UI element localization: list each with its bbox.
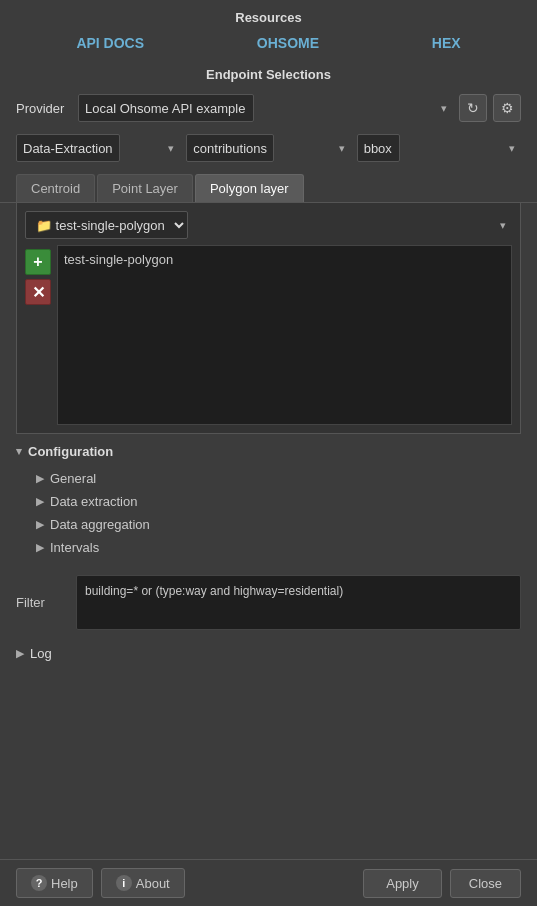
config-item-general[interactable]: ▶ General <box>16 467 521 490</box>
layer-select[interactable]: 📁 test-single-polygon <box>25 211 188 239</box>
log-arrow[interactable]: ▶ <box>16 647 24 660</box>
refresh-button[interactable]: ↻ <box>459 94 487 122</box>
layer-dropdown-row: 📁 test-single-polygon <box>25 211 512 239</box>
footer-left: ? Help i About <box>16 868 355 898</box>
layer-buttons: + ✕ <box>25 245 51 425</box>
hex-link[interactable]: HEX <box>432 35 461 51</box>
log-section: ▶ Log <box>0 638 537 669</box>
config-data-extraction-label: Data extraction <box>50 494 137 509</box>
type-select-wrapper: Data-Extraction <box>16 134 180 162</box>
footer: ? Help i About Apply Close <box>0 859 537 906</box>
config-data-extraction-arrow: ▶ <box>36 495 44 508</box>
layer-content-area: + ✕ test-single-polygon <box>25 245 512 425</box>
config-item-data-extraction[interactable]: ▶ Data extraction <box>16 490 521 513</box>
tab-point-layer[interactable]: Point Layer <box>97 174 193 202</box>
resources-title: Resources <box>0 0 537 31</box>
list-item: test-single-polygon <box>64 252 505 267</box>
about-button[interactable]: i About <box>101 868 185 898</box>
help-button[interactable]: ? Help <box>16 868 93 898</box>
config-item-intervals[interactable]: ▶ Intervals <box>16 536 521 559</box>
layer-list: test-single-polygon <box>57 245 512 425</box>
help-label: Help <box>51 876 78 891</box>
filter-label: Filter <box>16 595 66 610</box>
tab-centroid[interactable]: Centroid <box>16 174 95 202</box>
subtype-select-wrapper: contributions <box>186 134 350 162</box>
filter-value[interactable]: building=* or (type:way and highway=resi… <box>76 575 521 630</box>
config-item-data-aggregation[interactable]: ▶ Data aggregation <box>16 513 521 536</box>
ohsome-link[interactable]: OHSOME <box>257 35 319 51</box>
close-button[interactable]: Close <box>450 869 521 898</box>
configuration-section: ▾ Configuration ▶ General ▶ Data extract… <box>0 434 537 563</box>
config-data-aggregation-arrow: ▶ <box>36 518 44 531</box>
dropdowns-row: Data-Extraction contributions bbox <box>0 130 537 166</box>
layer-panel: 📁 test-single-polygon + ✕ test-single-po… <box>16 203 521 434</box>
config-general-label: General <box>50 471 96 486</box>
provider-select-wrapper: Local Ohsome API example <box>78 94 453 122</box>
layer-select-wrapper: 📁 test-single-polygon <box>25 211 512 239</box>
resources-links: API DOCS OHSOME HEX <box>0 31 537 61</box>
add-layer-button[interactable]: + <box>25 249 51 275</box>
tab-polygon-layer[interactable]: Polygon layer <box>195 174 304 202</box>
config-data-aggregation-label: Data aggregation <box>50 517 150 532</box>
filter-row: Filter building=* or (type:way and highw… <box>0 567 537 638</box>
provider-label: Provider <box>16 101 72 116</box>
provider-row: Provider Local Ohsome API example ↻ ⚙ <box>0 90 537 126</box>
config-intervals-arrow: ▶ <box>36 541 44 554</box>
log-label: Log <box>30 646 52 661</box>
format-select[interactable]: bbox <box>357 134 400 162</box>
config-intervals-label: Intervals <box>50 540 99 555</box>
api-docs-link[interactable]: API DOCS <box>76 35 144 51</box>
provider-select[interactable]: Local Ohsome API example <box>78 94 254 122</box>
footer-right: Apply Close <box>363 869 521 898</box>
subtype-select[interactable]: contributions <box>186 134 274 162</box>
about-label: About <box>136 876 170 891</box>
remove-layer-button[interactable]: ✕ <box>25 279 51 305</box>
config-title: Configuration <box>28 444 113 459</box>
about-icon: i <box>116 875 132 891</box>
help-icon: ? <box>31 875 47 891</box>
settings-button[interactable]: ⚙ <box>493 94 521 122</box>
apply-button[interactable]: Apply <box>363 869 442 898</box>
config-general-arrow: ▶ <box>36 472 44 485</box>
type-select[interactable]: Data-Extraction <box>16 134 120 162</box>
config-header: ▾ Configuration <box>16 444 521 459</box>
config-collapse-icon[interactable]: ▾ <box>16 445 22 458</box>
format-select-wrapper: bbox <box>357 134 521 162</box>
tabs-bar: Centroid Point Layer Polygon layer <box>0 174 537 203</box>
endpoint-title: Endpoint Selections <box>0 61 537 90</box>
